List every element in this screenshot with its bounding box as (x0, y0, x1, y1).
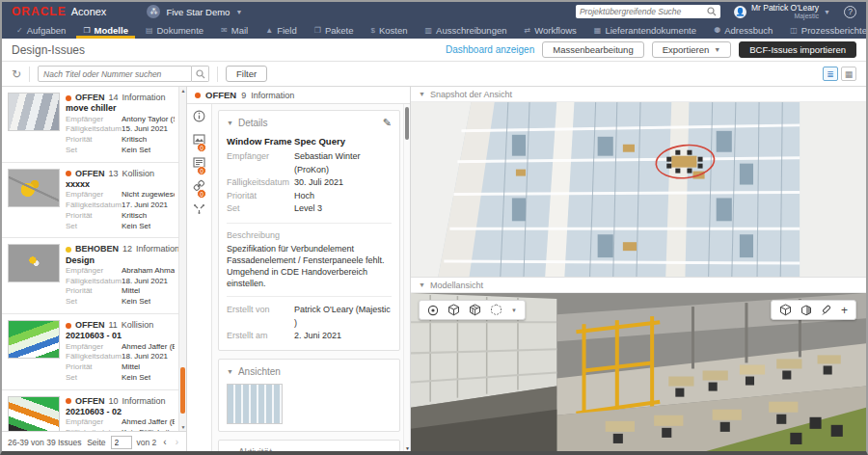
list-view-icon[interactable]: ≣ (823, 67, 838, 81)
dashboard-link[interactable]: Dashboard anzeigen (446, 44, 534, 55)
issue-search-input[interactable] (38, 66, 192, 82)
cube-view-icon[interactable] (448, 304, 460, 316)
issue-type: Information (122, 396, 166, 407)
cube-icon: ❒ (83, 26, 90, 35)
next-page-icon[interactable]: › (174, 437, 180, 447)
issue-title: xxxxx (66, 179, 175, 190)
export-button[interactable]: Exportieren▼ (652, 41, 732, 58)
ansichten-section-toggle[interactable]: ▼Ansichten (227, 366, 392, 377)
snapshot-panel-toggle[interactable]: ▼Snapshot der Ansicht (411, 87, 866, 102)
tab-field[interactable]: ▲Field (257, 21, 306, 39)
page-number-input[interactable] (111, 436, 132, 449)
model-panel-toggle[interactable]: ▼Modellansicht (411, 278, 866, 293)
list-scrollbar[interactable]: ▲ ▼ (178, 87, 186, 431)
divider (227, 296, 392, 297)
link-icon[interactable]: 0 (193, 179, 205, 192)
package-icon: ❐ (314, 26, 321, 35)
issue-number: 14 (109, 93, 119, 103)
scroll-up-icon[interactable]: ▲ (179, 88, 186, 94)
help-icon[interactable]: ? (844, 6, 856, 18)
issue-card-14[interactable]: OFFEN14Information move chiller Empfänge… (2, 87, 186, 163)
aktivitaet-section-toggle[interactable]: ▼Aktivität (227, 447, 392, 452)
reports-icon: ◫ (790, 26, 798, 35)
scroll-down-icon[interactable]: ▼ (179, 424, 186, 430)
tab-adressbuch[interactable]: ⚉Adressbuch (705, 21, 781, 39)
details-section-toggle[interactable]: ▼Details (227, 118, 392, 128)
chevron-down-icon: ▼ (824, 9, 830, 15)
project-selector[interactable]: ⁂ Five Star Demo ▼ (147, 5, 242, 18)
chevron-down-icon: ▼ (227, 449, 233, 452)
filter-button[interactable]: Filter (226, 66, 267, 82)
tab-pakete[interactable]: ❐Pakete (306, 21, 363, 39)
viewer-column: ▼Snapshot der Ansicht (411, 87, 866, 452)
chevron-down-icon[interactable]: ▼ (511, 308, 517, 313)
markup-icon[interactable] (193, 202, 205, 215)
user-org: Majestic (751, 13, 819, 19)
project-name: Five Star Demo (166, 7, 230, 17)
issue-card-12[interactable]: BEHOBEN12Information Design EmpfängerAbr… (2, 238, 186, 314)
project-avatar-icon: ⁂ (147, 5, 160, 18)
detail-panes: ▼Details ✎ Window Frame Spec Query Empfä… (212, 104, 410, 452)
tab-prozessberichte[interactable]: ◫Prozessberichte (781, 21, 868, 39)
refresh-icon[interactable]: ↻ (12, 67, 21, 81)
user-menu[interactable]: 👤 Mr Patrick O'Leary Majestic ▼ (734, 4, 830, 19)
issue-thumbnail (8, 244, 60, 282)
prev-page-icon[interactable]: ‹ (161, 437, 168, 447)
scroll-down-icon[interactable]: ▼ (404, 445, 410, 451)
snapshot-viewport[interactable] (411, 102, 866, 278)
issue-card-10[interactable]: OFFEN10Information 20210603 - 02 Empfäng… (2, 390, 186, 431)
grid-view-icon[interactable]: ▦ (841, 67, 856, 81)
ghost-cube-icon[interactable] (490, 304, 502, 316)
tab-dokumente[interactable]: ▤Dokumente (137, 21, 212, 39)
search-icon[interactable] (192, 66, 209, 82)
set-value: Level 3 (294, 202, 322, 216)
tab-mail[interactable]: ✉Mail (212, 21, 257, 39)
page-title: Design-Issues (12, 43, 85, 57)
info-icon[interactable] (193, 110, 205, 122)
tab-lieferantendokumente[interactable]: ▦Lieferantendokumente (585, 21, 705, 39)
tab-aufgaben[interactable]: ✓Aufgaben (8, 21, 74, 39)
cube-icon[interactable] (779, 304, 792, 316)
detail-scrollbar[interactable]: ▼ (403, 104, 410, 452)
global-search[interactable] (576, 5, 720, 18)
comments-icon[interactable]: 0 (193, 156, 205, 169)
tab-kosten[interactable]: $Kosten (362, 21, 416, 39)
status-dot (195, 93, 201, 98)
add-icon[interactable]: + (841, 305, 848, 316)
scrollbar-thumb[interactable] (405, 107, 409, 140)
issue-card-13[interactable]: OFFEN13Kollision xxxxx EmpfängerNicht zu… (2, 163, 186, 239)
bulk-edit-button[interactable]: Massenbearbeitung (542, 41, 643, 58)
status-badge: OFFEN (205, 90, 236, 100)
issue-title: 20210603 - 01 (66, 331, 175, 341)
views-count-badge: 0 (197, 143, 206, 152)
issue-title: 20210603 - 02 (66, 407, 175, 417)
markup-pen-icon[interactable] (821, 305, 832, 316)
status-dot (66, 323, 71, 329)
tab-workflows[interactable]: ⇄Workflows (516, 21, 585, 39)
status-badge: OFFEN (75, 396, 105, 407)
cube-faces-icon[interactable] (469, 304, 481, 316)
issue-thumbnail (8, 396, 60, 431)
ansichten-card: ▼Ansichten (218, 359, 400, 432)
global-search-input[interactable] (580, 7, 707, 16)
edit-icon[interactable]: ✎ (383, 117, 392, 129)
issue-thumbnail (8, 93, 60, 131)
details-card: ▼Details ✎ Window Frame Spec Query Empfä… (218, 110, 400, 351)
model-viewport[interactable]: ▼ + (411, 293, 866, 452)
views-icon[interactable]: 0 (193, 133, 205, 146)
focus-target-icon[interactable] (427, 305, 439, 316)
bcf-import-button[interactable]: BCF-Issues importieren (739, 41, 856, 58)
product-name: Aconex (71, 6, 107, 17)
page-total: von 2 (137, 438, 157, 447)
tab-modelle[interactable]: ❒Modelle (74, 21, 137, 39)
search-icon[interactable] (707, 7, 717, 16)
issue-card-11[interactable]: OFFEN11Kollision 20210603 - 01 Empfänger… (2, 314, 186, 390)
model-toolbar-right: + (771, 300, 856, 320)
status-dot (66, 398, 71, 404)
tab-ausschreibungen[interactable]: ▥Ausschreibungen (417, 21, 516, 39)
section-box-icon[interactable] (800, 305, 812, 316)
issue-thumbnail (8, 320, 60, 359)
aktivitaet-card: ▼Aktivität Kommentar hinzufügen Patrick … (218, 440, 400, 452)
view-thumbnail[interactable] (227, 384, 283, 424)
scrollbar-thumb[interactable] (180, 367, 185, 414)
